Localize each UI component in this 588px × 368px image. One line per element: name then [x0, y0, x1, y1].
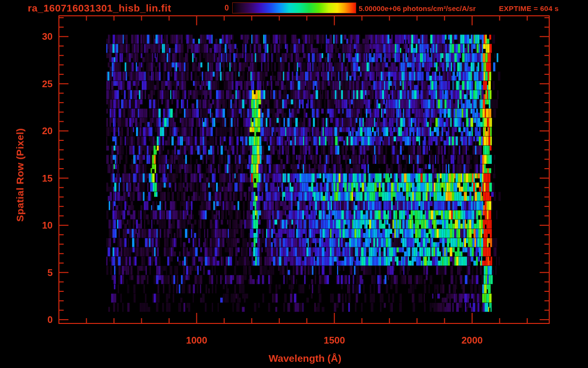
- y-axis-label: Spatial Row (Pixel): [14, 128, 26, 221]
- y-tick-label: 20: [25, 126, 53, 137]
- exptime-label: EXPTIME = 604 s: [499, 4, 559, 12]
- y-tick-label: 15: [25, 172, 53, 184]
- x-tick-label: 1500: [324, 335, 345, 346]
- file-title: ra_160716031301_hisb_lin.fit: [28, 2, 171, 14]
- spectral-heatmap-canvas: [0, 0, 588, 368]
- x-tick-label: 2000: [462, 335, 483, 346]
- y-tick-label: 25: [25, 78, 53, 89]
- colorbar: [232, 2, 356, 13]
- colorbar-max-label: 5.00000e+06 photons/cm²/sec/A/sr: [359, 4, 476, 12]
- y-tick-label: 5: [25, 267, 53, 278]
- spectrogram-viewer: ra_160716031301_hisb_lin.fit 0 5.00000e+…: [0, 0, 588, 368]
- y-tick-label: 30: [25, 31, 53, 42]
- x-tick-label: 1000: [186, 335, 207, 346]
- colorbar-min-label: 0: [215, 4, 229, 12]
- y-tick-label: 0: [25, 314, 53, 325]
- y-tick-label: 10: [25, 220, 53, 231]
- x-axis-label: Wavelength (Å): [269, 353, 341, 364]
